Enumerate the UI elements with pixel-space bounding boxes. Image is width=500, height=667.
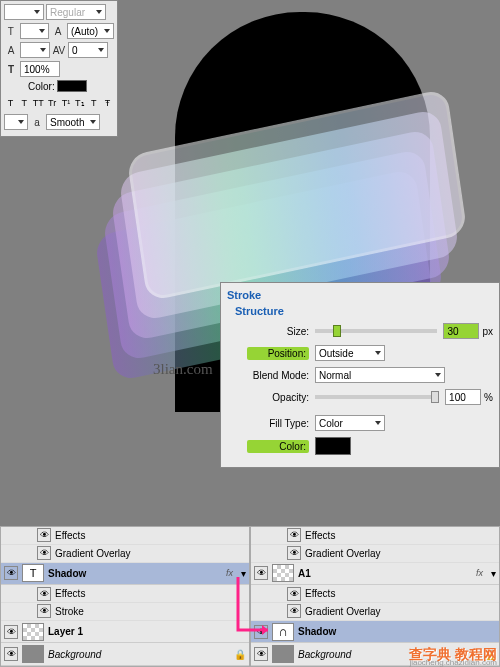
opacity-unit: % [484,392,493,403]
visibility-toggle[interactable] [4,647,18,661]
visibility-toggle[interactable] [4,625,18,639]
aa-value: Smooth [50,117,84,128]
size-value: 30 [447,326,458,337]
position-value: Outside [319,348,353,359]
font-size-dropdown[interactable] [20,23,50,39]
font-size-icon: T [4,24,18,38]
visibility-toggle[interactable] [287,587,301,601]
layer-name-shadow: Shadow [298,626,496,637]
visibility-toggle[interactable] [37,546,51,560]
size-slider[interactable] [315,329,437,333]
smallcaps-button[interactable]: Tr [46,95,59,111]
italic-button[interactable]: T [18,95,31,111]
font-family-dropdown[interactable] [4,4,44,20]
position-dropdown[interactable]: Outside [315,345,385,361]
stroke-color-swatch[interactable] [315,437,351,455]
font-style-dropdown[interactable]: Regular [46,4,106,20]
text-color-swatch[interactable] [57,80,87,92]
visibility-toggle[interactable] [254,625,268,639]
blend-dropdown[interactable]: Normal [315,367,445,383]
stroke-color-label: Color: [247,440,309,453]
tracking-dropdown[interactable]: 0 [68,42,108,58]
visibility-toggle[interactable] [254,566,268,580]
opacity-slider[interactable] [315,395,439,399]
effects-label: Effects [305,530,335,541]
tracking-value: 0 [72,45,78,56]
layer-thumb-a1 [272,564,294,582]
position-label: Position: [247,347,309,360]
allcaps-button[interactable]: TT [32,95,45,111]
layer-name-shadow: Shadow [48,568,222,579]
filltype-dropdown[interactable]: Color [315,415,385,431]
layer-a1[interactable]: A1 fx ▾ [251,563,499,586]
visibility-toggle[interactable] [4,566,18,580]
stroke-panel: Stroke Structure Size: 30 px Position: O… [220,282,500,468]
blend-value: Normal [319,370,351,381]
stroke-effect-label: Stroke [55,606,84,617]
effects-label: Effects [55,588,85,599]
layer-thumb-bg [22,645,44,663]
layer-thumb-bg [272,645,294,663]
color-label: Color: [28,81,55,92]
layer-shadow-right[interactable]: ∩ Shadow [251,621,499,644]
effects-label: Effects [305,588,335,599]
effects-label: Effects [55,530,85,541]
antialias-dropdown[interactable]: Smooth [46,114,100,130]
layer-name-a1: A1 [298,568,472,579]
layers-panel-left: Effects Gradient Overlay T Shadow fx ▾ E… [0,526,250,667]
layer-background[interactable]: Background 🔒 [1,643,249,666]
layer-layer1[interactable]: Layer 1 [1,621,249,644]
footer-url: jiaocheng.chazidian.com [409,658,497,667]
gradient-overlay-label: Gradient Overlay [55,548,131,559]
scale-input[interactable]: 100% [20,61,60,77]
stroke-title: Stroke [227,289,493,301]
character-panel: Regular T A (Auto) A AV 0 T 100% Color: … [0,0,118,137]
leading-value: (Auto) [71,26,98,37]
font-style-value: Regular [50,7,85,18]
layer-thumb-shadow: ∩ [272,623,294,641]
visibility-toggle[interactable] [287,528,301,542]
filltype-value: Color [319,418,343,429]
leading-dropdown[interactable]: (Auto) [67,23,114,39]
fx-badge[interactable]: fx [476,568,483,578]
aa-icon: a [30,115,44,129]
underline-button[interactable]: T [87,95,100,111]
structure-subtitle: Structure [235,305,493,317]
visibility-toggle[interactable] [254,647,268,661]
leading-icon: A [51,24,65,38]
size-value-box[interactable]: 30 [443,323,479,339]
opacity-value: 100 [449,392,466,403]
kerning-dropdown[interactable] [20,42,50,58]
visibility-toggle[interactable] [287,604,301,618]
opacity-label: Opacity: [247,392,309,403]
layer-shadow[interactable]: T Shadow fx ▾ [1,563,249,586]
superscript-button[interactable]: T¹ [60,95,73,111]
blend-label: Blend Mode: [247,370,309,381]
visibility-toggle[interactable] [287,546,301,560]
visibility-toggle[interactable] [37,604,51,618]
bold-button[interactable]: T [4,95,17,111]
size-label: Size: [247,326,309,337]
layer-thumb-text: T [22,564,44,582]
subscript-button[interactable]: T₁ [73,95,86,111]
visibility-toggle[interactable] [37,528,51,542]
fx-badge[interactable]: fx [226,568,233,578]
watermark-text: 3lian.com [153,361,213,378]
filltype-label: Fill Type: [247,418,309,429]
layer-name-bg: Background [48,649,230,660]
gradient-overlay-label: Gradient Overlay [305,548,381,559]
chevron-down-icon[interactable]: ▾ [241,568,246,579]
size-slider-thumb[interactable] [333,325,341,337]
opacity-slider-thumb[interactable] [431,391,439,403]
scale-value: 100% [24,64,50,75]
opacity-value-box[interactable]: 100 [445,389,481,405]
lang-dropdown[interactable] [4,114,28,130]
tracking-icon: AV [52,43,66,57]
strike-button[interactable]: Ŧ [101,95,114,111]
size-unit: px [482,326,493,337]
type-style-buttons: T T TT Tr T¹ T₁ T Ŧ [4,95,114,111]
chevron-down-icon[interactable]: ▾ [491,568,496,579]
lock-icon: 🔒 [234,649,246,660]
scale-icon: T [4,62,18,76]
visibility-toggle[interactable] [37,587,51,601]
